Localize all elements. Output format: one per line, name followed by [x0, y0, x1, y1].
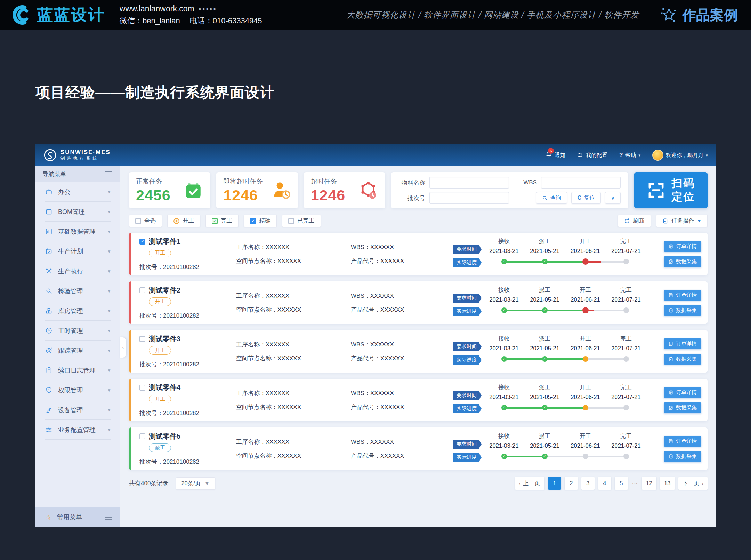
- checkbox-icon[interactable]: [288, 218, 294, 224]
- stat-value: 1246: [223, 187, 263, 204]
- filter-button-exact[interactable]: 精确: [244, 215, 277, 227]
- task-checkbox[interactable]: [139, 433, 145, 439]
- wbs-label: WBS: [519, 179, 537, 186]
- data-collect-label: 数据采集: [676, 307, 697, 314]
- timeline-station-label: 完工: [606, 286, 646, 294]
- data-collect-button[interactable]: 数据采集: [664, 305, 701, 316]
- material-name-input[interactable]: [429, 177, 509, 189]
- page-button-13[interactable]: 13: [660, 477, 675, 490]
- chevron-down-icon: ▼: [107, 388, 111, 393]
- clipboard-check-icon: [668, 308, 673, 313]
- data-collect-button[interactable]: 数据采集: [664, 354, 701, 365]
- filter-button-finished[interactable]: ✓完工: [205, 215, 239, 227]
- actual-progress-tag: 实际进度: [453, 453, 482, 462]
- reset-button[interactable]: C 复位: [571, 192, 601, 204]
- filter-button-completed[interactable]: 已完工: [282, 215, 321, 227]
- my-config-button[interactable]: 我的配置: [577, 152, 607, 159]
- task-operations-label: 任务操作: [671, 217, 694, 225]
- mes-screenshot: SUNWISE·MES 制造执行系统 6 通知: [35, 144, 716, 527]
- checkbox-icon[interactable]: [250, 218, 256, 224]
- page-button-4[interactable]: 4: [598, 477, 611, 490]
- sidebar-item-office[interactable]: 办公▼: [35, 182, 120, 202]
- actual-progress-tag: 实际进度: [453, 258, 482, 267]
- chevron-down-icon: ▼: [107, 209, 111, 214]
- sidebar-item-execute[interactable]: 生产执行▼: [35, 261, 120, 281]
- wbs-input[interactable]: [541, 177, 621, 189]
- sidebar-item-permission[interactable]: 权限管理▼: [35, 380, 120, 400]
- query-button[interactable]: 查询: [536, 192, 567, 204]
- space-node-field: 空间节点名称：XXXXXX: [236, 403, 351, 411]
- filter-label: 完工: [221, 217, 232, 225]
- chevron-down-icon: ▼: [107, 249, 111, 254]
- notifications-button[interactable]: 6 通知: [545, 151, 565, 159]
- sidebar-item-bizconfig[interactable]: 业务配置管理▼: [35, 420, 120, 440]
- data-collect-button[interactable]: 数据采集: [664, 402, 701, 413]
- required-time-tag: 要求时间: [453, 245, 482, 254]
- checkbox-icon[interactable]: [135, 218, 141, 224]
- sidebar-item-inspect[interactable]: 检验管理▼: [35, 281, 120, 301]
- sidebar-footer-common-menu[interactable]: ☆ 常用菜单: [35, 507, 120, 527]
- sidebar-item-device[interactable]: 设备管理▼: [35, 400, 120, 420]
- sidebar-item-warehouse[interactable]: 库房管理▼: [35, 301, 120, 321]
- stat-card-overtime-tasks: 超时任务 1246: [304, 172, 385, 208]
- refresh-button[interactable]: 刷新: [618, 215, 651, 227]
- task-checkbox[interactable]: [139, 239, 145, 245]
- order-details-button[interactable]: 订单详情: [664, 290, 701, 301]
- stat-value: 1246: [311, 187, 346, 204]
- sidebar-item-tracking[interactable]: 跟踪管理▼: [35, 341, 120, 360]
- next-page-button[interactable]: 下一页›: [678, 477, 708, 490]
- task-checkbox[interactable]: [139, 336, 145, 342]
- order-details-button[interactable]: 订单详情: [664, 241, 701, 252]
- task-operations-button[interactable]: 任务操作 ▼: [656, 215, 708, 227]
- timeline-station-label: 完工: [606, 335, 646, 343]
- product-code-field: 产品代号：XXXXXX: [351, 354, 445, 362]
- sidebar-item-basedata[interactable]: 基础数据管理▼: [35, 222, 120, 241]
- product-code-field: 产品代号：XXXXXX: [351, 306, 445, 314]
- page-button-3[interactable]: 3: [581, 477, 595, 490]
- order-details-button[interactable]: 订单详情: [664, 387, 701, 398]
- page-button-1[interactable]: 1: [548, 477, 561, 490]
- timeline-point-green: ✓: [542, 454, 548, 459]
- filter-button-select-all[interactable]: 全选: [129, 215, 162, 227]
- clipboard-check-icon: [668, 259, 673, 264]
- timeline-station-label: 接收: [484, 384, 524, 391]
- page-button-5[interactable]: 5: [615, 477, 628, 490]
- task-timeline: 接收派工开工完工 2021-03-212021-05-212021-06-212…: [482, 334, 650, 369]
- sidebar-item-label: 工时管理: [58, 327, 83, 335]
- actual-progress-tag: 实际进度: [453, 355, 482, 365]
- order-details-button[interactable]: 订单详情: [664, 436, 701, 447]
- order-details-label: 订单详情: [676, 243, 697, 250]
- page-button-12[interactable]: 12: [642, 477, 656, 490]
- task-checkbox[interactable]: [139, 385, 145, 391]
- timeline-date: 2021-03-21: [484, 442, 524, 449]
- sidebar-header: 导航菜单: [35, 166, 120, 182]
- sidebar-item-plan[interactable]: 生产计划▼: [35, 241, 120, 261]
- hamburger-icon[interactable]: [105, 171, 112, 176]
- filter-button-started[interactable]: 开工: [167, 215, 200, 227]
- timeline-date: 2021-05-21: [524, 345, 565, 352]
- data-collect-button[interactable]: 数据采集: [664, 256, 701, 267]
- batch-number-input[interactable]: [429, 192, 509, 204]
- help-label: 帮助: [625, 152, 636, 159]
- help-menu-button[interactable]: ? 帮助 ▾: [619, 152, 640, 159]
- prev-page-button[interactable]: ‹上一页: [515, 477, 544, 490]
- notification-count-badge: 6: [548, 148, 554, 154]
- wbs-field: WBS：XXXXXX: [351, 292, 445, 300]
- sidebar-item-bom[interactable]: BOM管理▼: [35, 202, 120, 222]
- timeline-segment: [545, 261, 586, 263]
- scan-locate-button[interactable]: 扫码 定位: [634, 172, 708, 208]
- expand-search-button[interactable]: ∨: [605, 192, 621, 204]
- task-checkbox[interactable]: [139, 287, 145, 293]
- notifications-label: 通知: [555, 152, 565, 159]
- stat-card-normal-tasks: 正常任务 2456: [129, 172, 210, 208]
- user-menu[interactable]: 欢迎你，郝丹丹 ▾: [652, 150, 708, 161]
- per-page-select[interactable]: 20条/页 ▼: [176, 477, 215, 490]
- chevron-down-icon: ∨: [611, 195, 615, 201]
- timeline-segment: [586, 358, 626, 360]
- sidebar-item-workhours[interactable]: 工时管理▼: [35, 321, 120, 341]
- sidebar-item-interfacelog[interactable]: 续口日志管理▼: [35, 360, 120, 380]
- page-button-2[interactable]: 2: [565, 477, 578, 490]
- task-title: 测试零件1: [149, 237, 180, 246]
- order-details-button[interactable]: 订单详情: [664, 338, 701, 349]
- data-collect-button[interactable]: 数据采集: [664, 451, 701, 462]
